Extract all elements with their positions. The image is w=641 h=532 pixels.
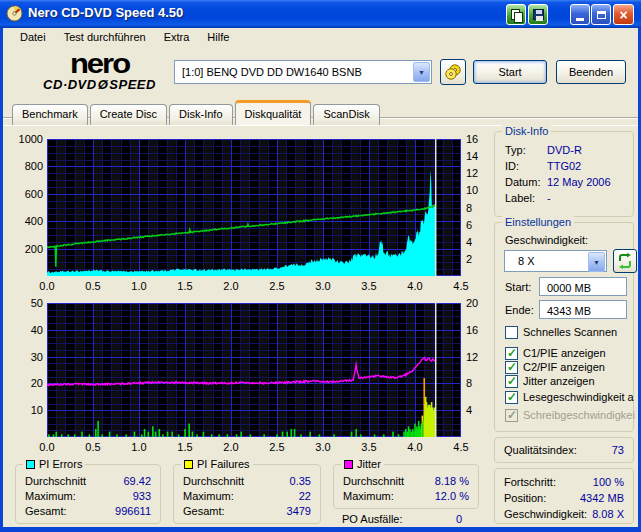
disk-type-row: Typ:DVD-R bbox=[505, 144, 582, 158]
checkbox-schnelles-scannen[interactable]: Schnelles Scannen bbox=[505, 325, 617, 339]
position-row: Position:4342 MB bbox=[504, 492, 624, 506]
menu-datei[interactable]: Datei bbox=[11, 29, 55, 46]
checkbox-lesegeschwindigkeit[interactable]: Lesegeschwindigkeit a bbox=[505, 390, 634, 404]
window-title: Nero CD-DVD Speed 4.50 bbox=[28, 5, 183, 20]
maximize-icon bbox=[597, 11, 606, 19]
pie-total-row: Gesamt:996611 bbox=[25, 505, 151, 519]
copy-to-clipboard-button[interactable] bbox=[506, 4, 526, 25]
x-axis-tick: 2.5 bbox=[262, 280, 292, 292]
quality-index-value: 73 bbox=[612, 444, 624, 456]
menu-hilfe[interactable]: Hilfe bbox=[198, 29, 238, 46]
y-axis-right-tick: 4 bbox=[466, 236, 492, 248]
y-axis-left-tick: 10 bbox=[11, 404, 43, 416]
jitter-max-row: Maximum:12.0 % bbox=[343, 490, 469, 504]
app-window: Nero CD-DVD Speed 4.50 × Datei Test durc… bbox=[0, 0, 641, 532]
pi-errors-plot bbox=[47, 139, 461, 276]
x-axis-tick: 4.5 bbox=[446, 280, 476, 292]
po-failures-value: 0 bbox=[456, 513, 462, 525]
close-icon: × bbox=[619, 8, 627, 22]
pi-errors-color-swatch bbox=[26, 460, 35, 469]
speed-label: Geschwindigkeit: bbox=[505, 234, 588, 246]
tab-strip: Benchmark Create Disc Disk-Info Diskqual… bbox=[12, 100, 382, 125]
disk-date-row: Datum:12 May 2006 bbox=[505, 176, 611, 190]
y-axis-left-tick: 600 bbox=[11, 188, 43, 200]
checkbox-icon bbox=[505, 347, 518, 360]
jitter-legend: Jitter bbox=[341, 458, 384, 470]
x-axis-tick: 3.0 bbox=[308, 441, 338, 453]
y-axis-right-tick: 8 bbox=[466, 202, 492, 214]
save-button[interactable] bbox=[528, 4, 548, 25]
progress-panel: Fortschritt:100 % Position:4342 MB Gesch… bbox=[494, 468, 634, 524]
x-axis-tick: 4.0 bbox=[400, 280, 430, 292]
tab-disk-info[interactable]: Disk-Info bbox=[169, 104, 232, 125]
refresh-button[interactable] bbox=[613, 249, 637, 273]
pie-avg-row: Durchschnitt69.42 bbox=[25, 475, 151, 489]
y-axis-right-tick: 10 bbox=[466, 184, 492, 196]
y-axis-right-tick: 20 bbox=[466, 297, 492, 309]
x-axis-tick: 4.5 bbox=[446, 441, 476, 453]
checkbox-icon bbox=[505, 391, 518, 404]
maximize-button[interactable] bbox=[591, 4, 611, 25]
tab-diskqualitaet[interactable]: Diskqualität bbox=[235, 100, 312, 125]
chevron-down-icon[interactable]: ▼ bbox=[413, 62, 430, 82]
pif-total-row: Gesamt:3479 bbox=[183, 505, 311, 519]
tab-benchmark[interactable]: Benchmark bbox=[12, 104, 88, 125]
menu-bar: Datei Test durchführen Extra Hilfe bbox=[3, 28, 638, 47]
pi-errors-stats-panel: PI Errors Durchschnitt69.42 Maximum:933 … bbox=[15, 464, 161, 524]
menu-extra[interactable]: Extra bbox=[155, 29, 199, 46]
pi-errors-chart: 10008006004002001614121086420.00.51.01.5… bbox=[10, 128, 493, 295]
jitter-avg-row: Durchschnitt8.18 % bbox=[343, 475, 469, 489]
drive-select-dropdown[interactable]: [1:0] BENQ DVD DD DW1640 BSNB ▼ bbox=[174, 60, 432, 84]
checkbox-c2-pif-anzeigen[interactable]: C2/PIF anzeigen bbox=[505, 360, 605, 374]
y-axis-right-tick: 2 bbox=[466, 253, 492, 265]
quality-index-row: Qualitätsindex: 73 bbox=[504, 444, 624, 458]
x-axis-tick: 0.0 bbox=[32, 441, 62, 453]
menu-test-durchfuehren[interactable]: Test durchführen bbox=[55, 29, 155, 46]
title-bar: Nero CD-DVD Speed 4.50 × bbox=[0, 0, 641, 28]
y-axis-right-tick: 16 bbox=[466, 324, 492, 336]
x-axis-tick: 1.5 bbox=[170, 441, 200, 453]
y-axis-left-tick: 30 bbox=[11, 351, 43, 363]
minimize-button[interactable] bbox=[570, 4, 590, 25]
y-axis-left-tick: 20 bbox=[11, 377, 43, 389]
y-axis-right-tick: 16 bbox=[466, 133, 492, 145]
window-content: Datei Test durchführen Extra Hilfe nero … bbox=[3, 28, 638, 527]
jitter-stats-panel: Jitter Durchschnitt8.18 % Maximum:12.0 % bbox=[333, 464, 479, 509]
y-axis-left-tick: 400 bbox=[11, 215, 43, 227]
speed-value: 8 X bbox=[511, 255, 535, 267]
end-position-input[interactable] bbox=[539, 300, 627, 319]
quit-button[interactable]: Beenden bbox=[556, 60, 626, 84]
speed-dropdown[interactable]: 8 X ▼ bbox=[504, 250, 607, 272]
y-axis-right-tick: 14 bbox=[466, 150, 492, 162]
checkbox-jitter-anzeigen[interactable]: Jitter anzeigen bbox=[505, 374, 595, 388]
x-axis-tick: 3.5 bbox=[354, 280, 384, 292]
y-axis-right-tick: 8 bbox=[466, 377, 492, 389]
start-button[interactable]: Start bbox=[473, 60, 547, 84]
quality-index-panel: Qualitätsindex: 73 bbox=[494, 437, 634, 463]
y-axis-left-tick: 40 bbox=[11, 324, 43, 336]
y-axis-right-tick: 12 bbox=[466, 167, 492, 179]
jitter-color-swatch bbox=[344, 460, 353, 469]
tab-scandisk[interactable]: ScanDisk bbox=[313, 104, 379, 125]
start-position-label: Start: bbox=[505, 281, 531, 293]
app-icon bbox=[6, 5, 23, 22]
y-axis-right-tick: 4 bbox=[466, 404, 492, 416]
disk-label-row: Label:- bbox=[505, 192, 551, 206]
checkbox-icon bbox=[505, 361, 518, 374]
start-position-input[interactable] bbox=[539, 277, 627, 296]
pi-failures-chart: 5040302010201612840.00.51.01.52.02.53.03… bbox=[10, 295, 493, 455]
eject-button[interactable] bbox=[440, 59, 466, 85]
pi-failures-legend: PI Failures bbox=[181, 458, 253, 470]
tab-create-disc[interactable]: Create Disc bbox=[90, 104, 167, 125]
checkbox-c1-pie-anzeigen[interactable]: C1/PIE anzeigen bbox=[505, 346, 606, 360]
y-axis-left-tick: 50 bbox=[11, 297, 43, 309]
chevron-down-icon[interactable]: ▼ bbox=[588, 252, 605, 272]
po-failures-label: PO Ausfälle: bbox=[342, 513, 403, 525]
checkbox-schreibgeschwindigkeit[interactable]: Schreibgeschwindigkei bbox=[505, 408, 635, 422]
disc-eject-icon bbox=[444, 63, 462, 81]
close-button[interactable]: × bbox=[613, 4, 634, 25]
checkbox-icon bbox=[505, 409, 518, 422]
po-failures-row: PO Ausfälle: 0 bbox=[342, 513, 470, 527]
checkbox-icon bbox=[505, 326, 518, 339]
header: nero CD·DVDØSPEED [1:0] BENQ DVD DD DW16… bbox=[3, 47, 638, 98]
